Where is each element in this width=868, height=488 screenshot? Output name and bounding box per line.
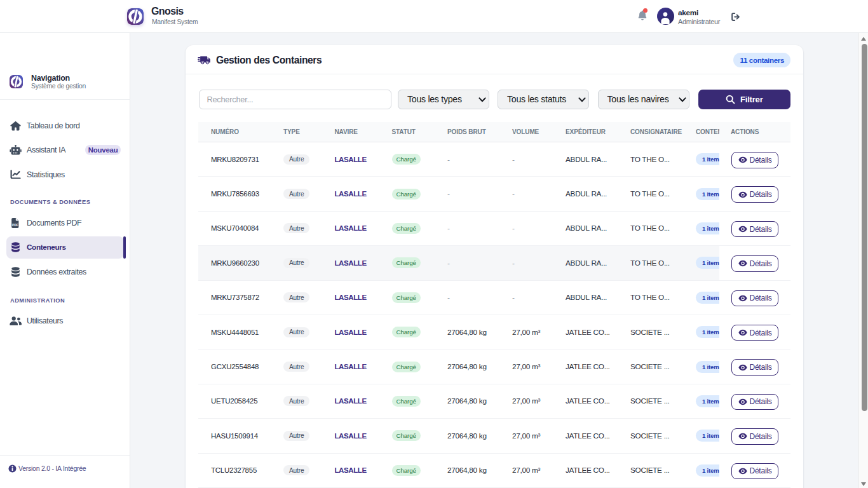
svg-text:PDF: PDF: [12, 224, 18, 227]
